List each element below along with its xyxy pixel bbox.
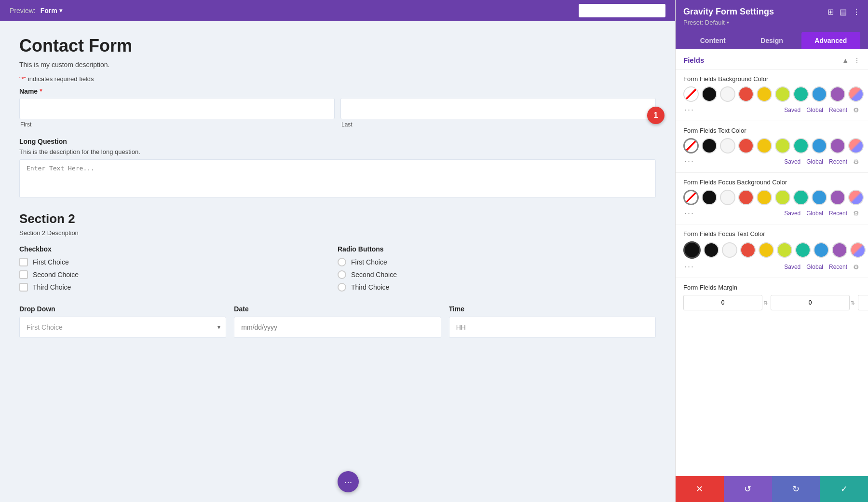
text-teal-swatch[interactable] — [793, 138, 809, 153]
text-blue-swatch[interactable] — [812, 138, 827, 153]
panel-preset[interactable]: Preset: Default ▾ — [683, 19, 860, 26]
margin-right-link-icon[interactable]: ⇅ — [851, 300, 855, 306]
checkbox-col: Checkbox First Choice Second Choice Thir… — [19, 245, 338, 295]
time-input[interactable] — [449, 317, 656, 338]
saved-button[interactable]: Saved — [784, 107, 800, 113]
focus-yellow-swatch[interactable] — [757, 190, 772, 205]
focus-text-blue-swatch[interactable] — [814, 242, 829, 258]
text-purple-swatch[interactable] — [830, 138, 845, 153]
text-black-swatch[interactable] — [702, 138, 717, 153]
checkbox-box-3[interactable] — [19, 283, 28, 292]
radio-btn-1[interactable] — [338, 258, 346, 266]
global-button[interactable]: Global — [806, 107, 823, 113]
form-selector[interactable]: Form ▾ — [41, 7, 62, 14]
black-swatch[interactable] — [702, 86, 717, 102]
lime-swatch[interactable] — [775, 86, 790, 102]
text-white-swatch[interactable] — [720, 138, 735, 153]
text-transparent-swatch[interactable] — [683, 138, 699, 153]
focus-text-black-swatch[interactable] — [704, 242, 719, 258]
text-custom-swatch[interactable] — [848, 138, 864, 153]
text-recent-button[interactable]: Recent — [829, 158, 847, 165]
redo-button[interactable]: ↻ — [772, 476, 820, 502]
focus-text-red-swatch[interactable] — [740, 242, 756, 258]
focus-gear-icon[interactable]: ⚙ — [853, 209, 859, 217]
radio-btn-2[interactable] — [338, 270, 346, 279]
resize-icon[interactable]: ⊞ — [827, 7, 834, 16]
custom-swatch[interactable] — [848, 86, 864, 102]
checkbox-box-1[interactable] — [19, 258, 28, 266]
focus-text-purple-swatch[interactable] — [832, 242, 847, 258]
checkbox-third-choice[interactable]: Third Choice — [19, 283, 338, 292]
color-dots-icon[interactable]: ··· — [684, 105, 694, 115]
gear-icon[interactable]: ⚙ — [853, 106, 859, 114]
radio-first-choice[interactable]: First Choice — [338, 258, 656, 266]
focus-text-dots-icon[interactable]: ··· — [684, 262, 694, 272]
focus-text-saved-button[interactable]: Saved — [784, 264, 800, 270]
margin-top-link-icon[interactable]: ⇅ — [763, 300, 768, 306]
margin-bottom-input[interactable] — [858, 295, 868, 310]
focus-blue-swatch[interactable] — [812, 190, 827, 205]
cancel-button[interactable]: ✕ — [676, 476, 724, 502]
text-gear-icon[interactable]: ⚙ — [853, 158, 859, 166]
focus-text-black-swatch-active[interactable] — [683, 241, 701, 259]
focus-text-yellow-swatch[interactable] — [759, 242, 774, 258]
focus-text-teal-swatch[interactable] — [795, 242, 811, 258]
focus-recent-button[interactable]: Recent — [829, 210, 847, 217]
blue-swatch[interactable] — [812, 86, 827, 102]
long-question-textarea[interactable] — [19, 159, 656, 198]
focus-text-custom-swatch[interactable] — [850, 242, 866, 258]
checkbox-second-choice[interactable]: Second Choice — [19, 270, 338, 279]
radio-second-choice[interactable]: Second Choice — [338, 270, 656, 279]
focus-text-white-swatch[interactable] — [722, 242, 737, 258]
focus-custom-swatch[interactable] — [848, 190, 864, 205]
section-dots-icon[interactable]: ⋮ — [854, 56, 860, 64]
date-input[interactable] — [234, 317, 441, 338]
undo-button[interactable]: ↺ — [724, 476, 772, 502]
focus-black-swatch[interactable] — [702, 190, 717, 205]
last-name-input[interactable] — [340, 98, 656, 119]
collapse-button[interactable]: ▲ — [842, 56, 849, 64]
purple-swatch[interactable] — [830, 86, 845, 102]
tab-design[interactable]: Design — [742, 32, 801, 49]
radio-btn-3[interactable] — [338, 283, 346, 292]
checkbox-box-2[interactable] — [19, 270, 28, 279]
recent-button[interactable]: Recent — [829, 107, 847, 113]
text-color-dots-icon[interactable]: ··· — [684, 156, 694, 167]
columns-icon[interactable]: ▤ — [840, 7, 847, 16]
checkbox-first-choice[interactable]: First Choice — [19, 258, 338, 266]
focus-lime-swatch[interactable] — [775, 190, 790, 205]
focus-text-global-button[interactable]: Global — [806, 264, 823, 270]
fab-button[interactable]: ··· — [338, 471, 359, 492]
yellow-swatch[interactable] — [757, 86, 772, 102]
focus-red-swatch[interactable] — [738, 190, 754, 205]
focus-text-gear-icon[interactable]: ⚙ — [853, 263, 859, 271]
focus-global-button[interactable]: Global — [806, 210, 823, 217]
text-yellow-swatch[interactable] — [757, 138, 772, 153]
text-lime-swatch[interactable] — [775, 138, 790, 153]
text-red-swatch[interactable] — [738, 138, 754, 153]
tab-content[interactable]: Content — [683, 32, 742, 49]
focus-teal-swatch[interactable] — [793, 190, 809, 205]
red-swatch[interactable] — [738, 86, 754, 102]
transparent-swatch[interactable] — [683, 86, 699, 102]
margin-bottom-group: ⇅ — [858, 295, 868, 310]
dropdown-select[interactable]: First Choice Second Choice Third Choice — [19, 317, 226, 338]
focus-bg-dots-icon[interactable]: ··· — [684, 208, 694, 218]
focus-text-lime-swatch[interactable] — [777, 242, 792, 258]
text-global-button[interactable]: Global — [806, 158, 823, 165]
first-name-input[interactable] — [19, 98, 335, 119]
text-saved-button[interactable]: Saved — [784, 158, 800, 165]
teal-swatch[interactable] — [793, 86, 809, 102]
white-swatch[interactable] — [720, 86, 735, 102]
focus-text-recent-button[interactable]: Recent — [829, 264, 847, 270]
focus-purple-swatch[interactable] — [830, 190, 845, 205]
more-icon[interactable]: ⋮ — [853, 7, 860, 16]
confirm-button[interactable]: ✓ — [820, 476, 868, 502]
radio-third-choice[interactable]: Third Choice — [338, 283, 656, 292]
margin-right-input[interactable] — [771, 295, 850, 310]
focus-transparent-swatch[interactable] — [683, 190, 699, 205]
tab-advanced[interactable]: Advanced — [801, 32, 860, 49]
focus-white-swatch[interactable] — [720, 190, 735, 205]
margin-top-input[interactable] — [683, 295, 762, 310]
focus-saved-button[interactable]: Saved — [784, 210, 800, 217]
